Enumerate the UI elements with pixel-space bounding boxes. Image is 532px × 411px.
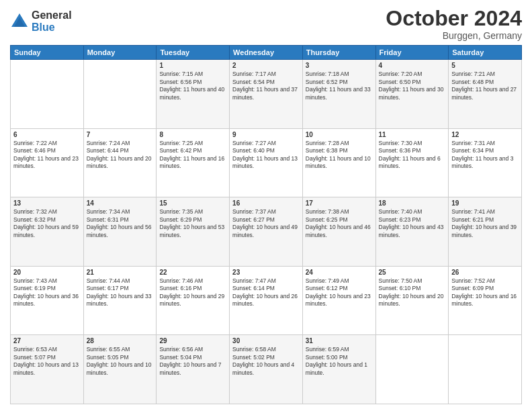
day-content: Sunrise: 7:44 AMSunset: 6:17 PMDaylight:… bbox=[87, 277, 154, 308]
calendar-cell: 30Sunrise: 6:58 AMSunset: 5:02 PMDayligh… bbox=[230, 335, 303, 404]
calendar-week-row: 27Sunrise: 6:53 AMSunset: 5:07 PMDayligh… bbox=[11, 335, 522, 404]
day-content: Sunrise: 7:38 AMSunset: 6:25 PMDaylight:… bbox=[306, 208, 373, 239]
header-sunday: Sunday bbox=[11, 46, 84, 60]
calendar-cell: 23Sunrise: 7:47 AMSunset: 6:14 PMDayligh… bbox=[230, 266, 303, 335]
day-number: 8 bbox=[159, 131, 226, 138]
day-content: Sunrise: 7:25 AMSunset: 6:42 PMDaylight:… bbox=[159, 140, 226, 171]
header-thursday: Thursday bbox=[302, 46, 375, 60]
day-number: 16 bbox=[232, 199, 300, 207]
day-number: 30 bbox=[232, 337, 300, 345]
logo-text: General Blue bbox=[32, 9, 72, 33]
calendar-cell: 19Sunrise: 7:41 AMSunset: 6:21 PMDayligh… bbox=[449, 197, 522, 267]
calendar-week-row: 20Sunrise: 7:43 AMSunset: 6:19 PMDayligh… bbox=[11, 266, 522, 335]
day-number: 25 bbox=[379, 269, 446, 276]
calendar-week-row: 13Sunrise: 7:32 AMSunset: 6:32 PMDayligh… bbox=[11, 197, 522, 267]
calendar-table: Sunday Monday Tuesday Wednesday Thursday… bbox=[10, 45, 522, 404]
calendar-cell: 2Sunrise: 7:17 AMSunset: 6:54 PMDaylight… bbox=[230, 60, 303, 129]
day-content: Sunrise: 7:35 AMSunset: 6:29 PMDaylight:… bbox=[159, 208, 226, 239]
calendar-cell bbox=[11, 60, 84, 129]
calendar-cell: 6Sunrise: 7:22 AMSunset: 6:46 PMDaylight… bbox=[11, 128, 84, 197]
day-content: Sunrise: 7:40 AMSunset: 6:23 PMDaylight:… bbox=[379, 208, 446, 239]
calendar-cell: 22Sunrise: 7:46 AMSunset: 6:16 PMDayligh… bbox=[157, 266, 230, 335]
page-header: General Blue October 2024 Burggen, Germa… bbox=[10, 7, 522, 41]
day-number: 26 bbox=[451, 269, 519, 276]
day-number: 15 bbox=[159, 199, 226, 207]
calendar-cell: 1Sunrise: 7:15 AMSunset: 6:56 PMDaylight… bbox=[157, 60, 230, 129]
day-content: Sunrise: 7:41 AMSunset: 6:21 PMDaylight:… bbox=[451, 208, 519, 239]
day-number: 31 bbox=[306, 337, 373, 345]
day-number: 28 bbox=[87, 337, 154, 345]
day-content: Sunrise: 7:28 AMSunset: 6:38 PMDaylight:… bbox=[306, 140, 373, 171]
calendar-cell: 3Sunrise: 7:18 AMSunset: 6:52 PMDaylight… bbox=[302, 60, 375, 129]
day-number: 3 bbox=[306, 62, 373, 69]
calendar-cell bbox=[83, 60, 157, 129]
calendar-cell: 26Sunrise: 7:52 AMSunset: 6:09 PMDayligh… bbox=[449, 266, 522, 335]
day-number: 29 bbox=[159, 337, 226, 345]
day-content: Sunrise: 7:30 AMSunset: 6:36 PMDaylight:… bbox=[379, 140, 446, 171]
day-content: Sunrise: 7:20 AMSunset: 6:50 PMDaylight:… bbox=[379, 71, 446, 101]
day-number: 27 bbox=[13, 337, 81, 345]
month-title: October 2024 bbox=[386, 7, 522, 30]
day-content: Sunrise: 7:37 AMSunset: 6:27 PMDaylight:… bbox=[232, 208, 300, 239]
day-content: Sunrise: 7:47 AMSunset: 6:14 PMDaylight:… bbox=[232, 277, 300, 308]
calendar-week-row: 6Sunrise: 7:22 AMSunset: 6:46 PMDaylight… bbox=[11, 128, 522, 197]
day-content: Sunrise: 7:21 AMSunset: 6:48 PMDaylight:… bbox=[451, 71, 519, 101]
day-number: 2 bbox=[232, 62, 300, 69]
calendar-cell: 29Sunrise: 6:56 AMSunset: 5:04 PMDayligh… bbox=[157, 335, 230, 404]
calendar-cell: 8Sunrise: 7:25 AMSunset: 6:42 PMDaylight… bbox=[157, 128, 230, 197]
logo: General Blue bbox=[10, 9, 72, 33]
calendar-cell: 7Sunrise: 7:24 AMSunset: 6:44 PMDaylight… bbox=[83, 128, 157, 197]
day-number: 22 bbox=[159, 269, 226, 276]
calendar-cell: 18Sunrise: 7:40 AMSunset: 6:23 PMDayligh… bbox=[375, 197, 449, 267]
day-number: 17 bbox=[306, 199, 373, 207]
calendar-cell: 5Sunrise: 7:21 AMSunset: 6:48 PMDaylight… bbox=[449, 60, 522, 129]
day-number: 14 bbox=[87, 199, 154, 207]
header-tuesday: Tuesday bbox=[157, 46, 230, 60]
day-number: 23 bbox=[232, 269, 300, 276]
calendar-cell bbox=[449, 335, 522, 404]
day-number: 11 bbox=[379, 131, 446, 138]
calendar-cell: 25Sunrise: 7:50 AMSunset: 6:10 PMDayligh… bbox=[375, 266, 449, 335]
logo-icon bbox=[10, 12, 29, 31]
day-content: Sunrise: 7:32 AMSunset: 6:32 PMDaylight:… bbox=[13, 208, 81, 239]
day-number: 12 bbox=[451, 131, 519, 138]
logo-general: General bbox=[32, 9, 72, 21]
logo-blue: Blue bbox=[32, 21, 72, 34]
day-content: Sunrise: 7:22 AMSunset: 6:46 PMDaylight:… bbox=[13, 140, 81, 171]
calendar-cell: 9Sunrise: 7:27 AMSunset: 6:40 PMDaylight… bbox=[230, 128, 303, 197]
header-friday: Friday bbox=[375, 46, 449, 60]
calendar-page: General Blue October 2024 Burggen, Germa… bbox=[0, 0, 532, 411]
day-content: Sunrise: 7:24 AMSunset: 6:44 PMDaylight:… bbox=[87, 140, 154, 171]
day-number: 13 bbox=[13, 199, 81, 207]
day-content: Sunrise: 6:56 AMSunset: 5:04 PMDaylight:… bbox=[159, 346, 226, 377]
calendar-cell: 16Sunrise: 7:37 AMSunset: 6:27 PMDayligh… bbox=[230, 197, 303, 267]
calendar-cell: 24Sunrise: 7:49 AMSunset: 6:12 PMDayligh… bbox=[302, 266, 375, 335]
day-content: Sunrise: 7:46 AMSunset: 6:16 PMDaylight:… bbox=[159, 277, 226, 308]
calendar-cell: 27Sunrise: 6:53 AMSunset: 5:07 PMDayligh… bbox=[11, 335, 84, 404]
header-monday: Monday bbox=[83, 46, 157, 60]
calendar-cell: 4Sunrise: 7:20 AMSunset: 6:50 PMDaylight… bbox=[375, 60, 449, 129]
day-content: Sunrise: 6:55 AMSunset: 5:05 PMDaylight:… bbox=[87, 346, 154, 377]
day-content: Sunrise: 7:43 AMSunset: 6:19 PMDaylight:… bbox=[13, 277, 81, 308]
calendar-cell: 15Sunrise: 7:35 AMSunset: 6:29 PMDayligh… bbox=[157, 197, 230, 267]
calendar-cell: 28Sunrise: 6:55 AMSunset: 5:05 PMDayligh… bbox=[83, 335, 157, 404]
calendar-cell: 17Sunrise: 7:38 AMSunset: 6:25 PMDayligh… bbox=[302, 197, 375, 267]
calendar-cell: 31Sunrise: 6:59 AMSunset: 5:00 PMDayligh… bbox=[302, 335, 375, 404]
day-number: 18 bbox=[379, 199, 446, 207]
calendar-cell: 12Sunrise: 7:31 AMSunset: 6:34 PMDayligh… bbox=[449, 128, 522, 197]
day-number: 21 bbox=[87, 269, 154, 276]
calendar-week-row: 1Sunrise: 7:15 AMSunset: 6:56 PMDaylight… bbox=[11, 60, 522, 129]
day-content: Sunrise: 7:50 AMSunset: 6:10 PMDaylight:… bbox=[379, 277, 446, 308]
day-content: Sunrise: 7:49 AMSunset: 6:12 PMDaylight:… bbox=[306, 277, 373, 308]
day-number: 6 bbox=[13, 131, 81, 138]
weekday-header-row: Sunday Monday Tuesday Wednesday Thursday… bbox=[11, 46, 522, 60]
title-block: October 2024 Burggen, Germany bbox=[386, 7, 522, 41]
day-number: 7 bbox=[87, 131, 154, 138]
day-number: 9 bbox=[232, 131, 300, 138]
day-number: 10 bbox=[306, 131, 373, 138]
calendar-cell: 21Sunrise: 7:44 AMSunset: 6:17 PMDayligh… bbox=[83, 266, 157, 335]
day-content: Sunrise: 7:18 AMSunset: 6:52 PMDaylight:… bbox=[306, 71, 373, 101]
day-content: Sunrise: 7:15 AMSunset: 6:56 PMDaylight:… bbox=[159, 71, 226, 101]
day-content: Sunrise: 7:31 AMSunset: 6:34 PMDaylight:… bbox=[451, 140, 519, 171]
day-number: 20 bbox=[13, 269, 81, 276]
